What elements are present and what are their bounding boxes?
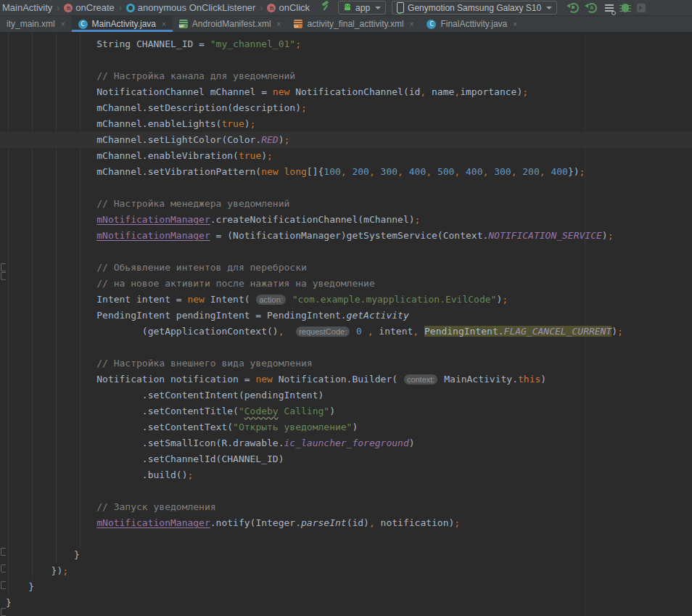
code-line[interactable]: (getApplicationContext(), requestCode: 0… [0, 324, 692, 340]
tab-label: MainActivity.java [92, 19, 156, 29]
code-line[interactable]: // Запуск уведомления [0, 499, 692, 515]
code-token [6, 230, 96, 241]
code-line[interactable] [0, 340, 692, 356]
code-token: , [426, 166, 432, 177]
code-line[interactable]: // Настройка канала для уведомлений [0, 68, 692, 84]
apply-code-changes-icon[interactable] [587, 3, 597, 13]
code-token: NotificationChannel(id [289, 86, 420, 97]
code-line[interactable]: .setContentText("Открыть уведомление") [0, 419, 692, 435]
java-class-icon: C [78, 20, 88, 29]
code-token: Intent intent = [6, 294, 187, 305]
attach-debugger-icon[interactable] [637, 4, 646, 12]
code-line[interactable]: mChannel.setDescription(description); [0, 100, 692, 116]
param-hint-chip: context: [404, 374, 438, 385]
fold-marker-icon[interactable] [1, 564, 6, 572]
anonymous-class-icon [126, 4, 135, 12]
code-token: PendingIntent. [424, 326, 504, 337]
breadcrumb-item[interactable]: anonymous OnClickListener [126, 2, 256, 13]
tab-close-icon[interactable]: × [513, 20, 517, 28]
code-token: mChannel.setVibrationPattern( [6, 166, 261, 177]
breadcrumb-item[interactable]: MainActivity [2, 2, 52, 13]
code-line[interactable] [0, 52, 692, 68]
fold-marker-icon[interactable] [1, 581, 6, 589]
code-token: , [413, 326, 419, 337]
code-token: ) [409, 438, 415, 448]
code-token: // Запуск уведомления [6, 501, 216, 512]
device-select[interactable]: Genymotion Samsung Galaxy S10 [392, 1, 557, 15]
code-line[interactable] [0, 483, 692, 499]
code-token: , [540, 166, 545, 177]
code-token: mNotificationManager [96, 517, 210, 528]
breadcrumb-item[interactable]: monClick [267, 2, 310, 13]
code-editor[interactable]: String CHANNEL_ID = "my_channel_01"; // … [0, 33, 692, 616]
code-token: , [341, 166, 347, 177]
run-toolbar: app Genymotion Samsung Galaxy S10 [338, 1, 646, 15]
code-line[interactable]: PendingIntent pendingIntent = PendingInt… [0, 308, 692, 324]
code-line[interactable] [0, 531, 692, 547]
code-token: " [239, 406, 244, 416]
breadcrumbs: MainActivity›monCreate›anonymous OnClick… [0, 2, 310, 13]
code-line[interactable]: // Настройка менеджера уведомлений [0, 196, 692, 212]
tab-ity_main.xml[interactable]: ity_main.xml× [0, 16, 72, 32]
profiler-icon[interactable] [605, 4, 614, 6]
code-line[interactable]: .setContentTitle("Codeby Calling") [0, 403, 692, 419]
method-icon: m [64, 4, 73, 12]
code-token [284, 326, 296, 337]
code-line[interactable]: mChannel.setLightColor(Color.RED); [0, 132, 692, 148]
code-line[interactable]: // Обьявление интентов для переброски [0, 260, 692, 276]
fold-marker-icon[interactable] [1, 272, 6, 280]
code-line[interactable]: Intent intent = new Intent( action: "com… [0, 292, 692, 308]
code-line[interactable]: .setSmallIcon(R.drawable.ic_launcher_for… [0, 435, 692, 451]
code-line[interactable]: // Настройка внешнего вида уведомления [0, 356, 692, 371]
fold-marker-icon[interactable] [1, 548, 6, 556]
apply-changes-icon[interactable] [569, 3, 579, 13]
tab-activity_final_acttivity.xml[interactable]: activity_final_acttivity.xml× [287, 16, 420, 32]
tab-close-icon[interactable]: × [277, 20, 281, 28]
code-line[interactable]: String CHANNEL_ID = "my_channel_01"; [0, 36, 692, 52]
breadcrumb-item[interactable]: monCreate [64, 2, 114, 13]
code-line[interactable]: mChannel.enableVibration(true); [0, 148, 692, 164]
code-line[interactable]: mChannel.enableLights(true); [0, 116, 692, 132]
code-token: ; [522, 86, 528, 97]
code-token: long [284, 166, 307, 177]
build-hammer-icon[interactable] [320, 1, 331, 15]
code-line[interactable]: mNotificationManager.notify(Integer.pars… [0, 515, 692, 531]
code-line[interactable] [0, 244, 692, 260]
code-line[interactable]: // на новое активити после нажатия на ув… [0, 276, 692, 292]
code-line[interactable]: .build(); [0, 467, 692, 483]
code-line[interactable]: mNotificationManager = (NotificationMana… [0, 228, 692, 244]
tab-MainActivity.java[interactable]: CMainActivity.java× [72, 16, 173, 32]
code-token: new [255, 374, 272, 385]
tab-label: FinalActtivity.java [440, 19, 507, 29]
tab-close-icon[interactable]: × [162, 20, 166, 28]
param-hint-chip: requestCode: [296, 327, 350, 337]
code-line[interactable]: mChannel.setVibrationPattern(new long[]{… [0, 164, 692, 180]
code-line[interactable]: NotificationChannel mChannel = new Notif… [0, 84, 692, 100]
fold-marker-icon[interactable] [1, 263, 6, 271]
code-line[interactable]: }); [0, 563, 692, 579]
tab-AndroidManifest.xml[interactable]: AndroidManifest.xml× [173, 16, 288, 32]
breadcrumb-separator: › [260, 3, 263, 13]
tab-close-icon[interactable]: × [410, 20, 414, 28]
code-token: ; [580, 166, 585, 177]
code-token: ) [279, 134, 284, 145]
code-line[interactable]: } [0, 579, 692, 595]
code-line[interactable]: Notification notification = new Notifica… [0, 371, 692, 387]
code-line[interactable]: } [0, 595, 692, 611]
code-line[interactable]: .setContentIntent(pendingIntent) [0, 387, 692, 403]
fold-marker-icon[interactable] [1, 608, 6, 616]
code-token: ; [301, 102, 307, 113]
param-hint-chip: action: [256, 295, 285, 305]
run-configuration-select[interactable]: app [338, 1, 386, 15]
tab-FinalActtivity.java[interactable]: CFinalActtivity.java× [420, 16, 524, 32]
code-line[interactable]: .setChannelId(CHANNEL_ID) [0, 451, 692, 467]
code-line[interactable]: } [0, 547, 692, 563]
code-token [432, 166, 437, 177]
code-token: ; [415, 214, 421, 225]
code-line[interactable] [0, 180, 692, 196]
code-line[interactable]: mNotificationManager.createNotificationC… [0, 212, 692, 228]
code-token [279, 166, 284, 177]
debug-icon[interactable] [622, 4, 629, 12]
tab-close-icon[interactable]: × [61, 20, 65, 28]
code-token: 300 [381, 166, 398, 177]
